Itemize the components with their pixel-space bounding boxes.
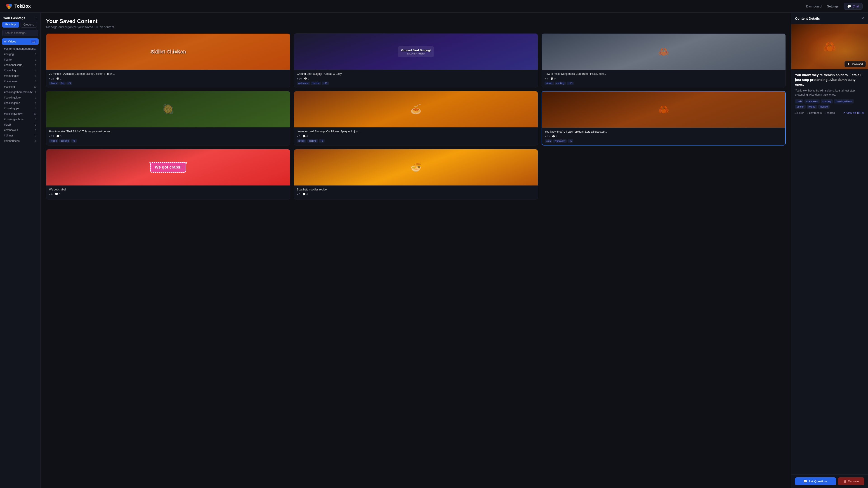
video-title: Learn to cook! Sausage Cauliflower Spagh… <box>297 130 535 133</box>
detail-tag[interactable]: cookingwithjvh <box>834 99 854 103</box>
video-stats: ♥ 0 💬 0 <box>49 193 287 196</box>
detail-header: Content Details ✕ <box>792 13 868 24</box>
download-button[interactable]: ⬇ Download <box>844 61 866 67</box>
logo-icon <box>5 3 13 10</box>
chat-label: Chat <box>852 4 859 8</box>
search-box <box>2 30 38 36</box>
heart-icon: ♥ <box>545 77 546 80</box>
tag[interactable]: recipe <box>297 139 306 142</box>
menu-icon[interactable]: ☰ <box>35 17 37 20</box>
heart-icon: ♥ <box>545 135 546 138</box>
tag[interactable]: korean <box>311 82 321 85</box>
hashtag-list: #betterhomesandgardens1#bulgogi1#butter1… <box>0 46 40 488</box>
video-grid: Skillet Chicken 20 minute - Avocado Capr… <box>46 33 786 199</box>
detail-tag[interactable]: recipe <box>807 105 817 109</box>
comment-icon: 💬 <box>55 193 58 196</box>
chat-button[interactable]: 💬 Chat <box>844 3 863 10</box>
video-title: How to make Dungeness Crab Butter Pasta.… <box>545 72 783 76</box>
tab-creators[interactable]: Creators <box>21 22 37 28</box>
video-thumbnail: 🍝 <box>294 91 538 127</box>
hashtag-item[interactable]: #cookingtiktok1 <box>2 95 39 100</box>
comments-stat: 💬 3 <box>56 135 61 138</box>
video-card[interactable]: 🦀 How to make Dungeness Crab Butter Past… <box>541 33 786 88</box>
tag[interactable]: cooking <box>59 139 70 142</box>
hashtag-item[interactable]: #campinglife1 <box>2 73 39 78</box>
detail-tag[interactable]: Recipe <box>818 105 830 109</box>
hashtag-item[interactable]: #butter1 <box>2 57 39 62</box>
heart-icon: ♥ <box>49 135 51 138</box>
hashtag-item[interactable]: #dinnerideas6 <box>2 138 39 144</box>
hashtag-item[interactable]: #campmeal1 <box>2 78 39 84</box>
hashtag-item[interactable]: #campbellsoup1 <box>2 62 39 68</box>
video-card[interactable]: 🦀 You know they're freakin spiders. Lets… <box>541 91 786 145</box>
video-card[interactable]: Ground Beef Bulgogi (GLUTEN FREE) Ground… <box>294 33 538 88</box>
comment-icon: 💬 <box>56 135 59 138</box>
hashtag-item[interactable]: #camping1 <box>2 68 39 73</box>
video-card[interactable]: 🍜 Spaghetti noodles recipe ♥ 0 💬 0 <box>294 149 538 200</box>
comment-icon: 💬 <box>303 135 306 138</box>
detail-tag[interactable]: cooking <box>821 99 833 103</box>
tab-hashtags[interactable]: Hashtags <box>2 22 19 28</box>
page-title: Your Saved Content <box>46 18 786 24</box>
tag[interactable]: recipe <box>49 139 58 142</box>
detail-tag[interactable]: crab <box>795 99 803 103</box>
remove-button[interactable]: 🗑 Remove <box>838 477 864 485</box>
hashtag-item[interactable]: #betterhomesandgardens1 <box>2 46 39 52</box>
video-card[interactable]: Skillet Chicken 20 minute - Avocado Capr… <box>46 33 290 88</box>
tag[interactable]: dinner <box>49 82 59 85</box>
video-stats: ♥ 24 💬 3 <box>49 135 287 138</box>
comments-stat: 💬 0 <box>550 77 556 80</box>
sidebar: Your Hashtags ☰ Hashtags Creators All Vi… <box>0 13 41 488</box>
comment-icon: 💬 <box>304 77 307 80</box>
ask-questions-button[interactable]: 💬 Ask Questions <box>795 477 836 485</box>
hashtag-item[interactable]: #cookingtips1 <box>2 106 39 111</box>
hashtag-item[interactable]: #cookingathometiktoktv2 <box>2 90 39 95</box>
tag[interactable]: crabcakes <box>553 139 567 143</box>
hashtag-item[interactable]: #cookingtime1 <box>2 100 39 106</box>
tag[interactable]: +8 <box>71 139 77 142</box>
hashtag-item[interactable]: #cookingwithme1 <box>2 117 39 122</box>
hashtag-item[interactable]: #bulgogi1 <box>2 52 39 57</box>
hashtag-item[interactable]: #cooking10 <box>2 84 39 90</box>
app-body: Your Hashtags ☰ Hashtags Creators All Vi… <box>0 13 868 488</box>
detail-tag[interactable]: dinner <box>795 105 806 109</box>
video-card[interactable]: We got crabs! + + We got crabs! ♥ 0 💬 0 <box>46 149 290 200</box>
video-title: Ground Beef Bulgogi - Cheap & Easy <box>297 72 535 76</box>
likes-stat: ♥ 26 <box>49 77 54 80</box>
tag[interactable]: +9 <box>66 82 72 85</box>
detail-tag[interactable]: crabcakes <box>804 99 819 103</box>
search-input[interactable] <box>2 30 38 36</box>
hashtag-item[interactable]: #cookingwithjvh10 <box>2 111 39 117</box>
video-thumbnail: Skillet Chicken <box>46 34 290 70</box>
detail-description: You know they're freakin spiders. Lets a… <box>795 89 864 97</box>
video-info: Learn to cook! Sausage Cauliflower Spagh… <box>294 127 538 145</box>
view-on-tiktok[interactable]: ↗ View on TikTok <box>843 111 864 115</box>
tags-container: recipecooking+5 <box>297 139 535 142</box>
video-card[interactable]: 🍝 Learn to cook! Sausage Cauliflower Spa… <box>294 91 538 145</box>
video-thumbnail: 🦀 <box>542 92 785 128</box>
tag[interactable]: cooking <box>307 139 318 142</box>
comments-stat: 💬 3 <box>552 135 557 138</box>
hashtag-item[interactable]: #crabcakes1 <box>2 127 39 133</box>
tag[interactable]: +5 <box>567 139 573 143</box>
nav-dashboard[interactable]: Dashboard <box>806 4 822 8</box>
video-stats: ♥ 0 💬 0 <box>297 193 535 196</box>
tag[interactable]: dinner <box>545 82 554 85</box>
nav-settings[interactable]: Settings <box>827 4 839 8</box>
nav-links: Dashboard Settings <box>806 4 838 8</box>
sidebar-header: Your Hashtags ☰ <box>0 13 40 22</box>
tag[interactable]: +13 <box>567 82 574 85</box>
tag[interactable]: crab <box>545 139 552 143</box>
tag[interactable]: glutenfree <box>297 82 310 85</box>
tag[interactable]: +5 <box>319 139 324 142</box>
tag[interactable]: fyp <box>59 82 66 85</box>
hashtag-item[interactable]: #crab3 <box>2 122 39 127</box>
comment-icon: 💬 <box>56 77 59 80</box>
hashtag-item[interactable]: #dinner7 <box>2 133 39 138</box>
video-info: Spaghetti noodles recipe ♥ 0 💬 0 <box>294 186 538 199</box>
all-videos-item[interactable]: All Videos 10 <box>2 38 39 45</box>
tag[interactable]: +16 <box>322 82 329 85</box>
tag[interactable]: cooking <box>555 82 566 85</box>
video-card[interactable]: 🥘 How to make "Thai Stirfry". This recip… <box>46 91 290 145</box>
close-button[interactable]: ✕ <box>861 16 864 21</box>
